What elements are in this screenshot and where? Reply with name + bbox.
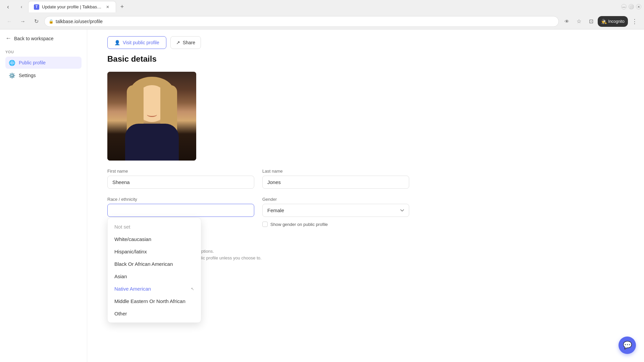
reload-btn[interactable]: ↻ <box>31 16 42 27</box>
url-text: talkbase.io/user/profile <box>56 19 103 24</box>
show-gender-label: Show gender on public profile <box>270 222 328 227</box>
browser-back-history-btn[interactable]: ‹ <box>3 1 13 12</box>
url-bar[interactable]: 🔒 talkbase.io/user/profile <box>44 16 559 27</box>
dropdown-item-not-set[interactable]: Not set <box>108 221 201 233</box>
star-icon[interactable]: ☆ <box>574 16 584 27</box>
sidebar-item-settings[interactable]: ⚙️ Settings <box>5 69 82 81</box>
close-btn[interactable]: ✕ <box>636 4 641 9</box>
active-tab[interactable]: T Update your profile | Talkbase.i... ✕ <box>28 1 116 12</box>
dropdown-item-middle-eastern[interactable]: Middle Eastern Or North African <box>108 295 201 307</box>
tab-bar: ‹ T Update your profile | Talkbase.i... … <box>16 1 619 12</box>
last-name-label: Last name <box>262 169 409 174</box>
visit-public-profile-btn[interactable]: 👤 Visit public profile <box>107 36 166 49</box>
eye-off-icon[interactable]: 👁 <box>561 16 572 27</box>
dropdown-item-other[interactable]: Other <box>108 307 201 320</box>
visit-person-icon: 👤 <box>114 40 120 45</box>
sidebar-toggle-icon[interactable]: ⊡ <box>586 16 596 27</box>
main-area: 👤 Visit public profile ↗ Share Basic det… <box>87 29 644 362</box>
sidebar-item-settings-label: Settings <box>19 73 36 78</box>
back-btn[interactable]: ← <box>4 16 15 27</box>
last-name-input[interactable] <box>262 176 409 189</box>
address-actions: 👁 ☆ ⊡ 🕵 Incognito ⋮ <box>561 16 640 27</box>
back-to-workspace-link[interactable]: ← Back to workspace <box>5 35 82 42</box>
new-tab-btn[interactable]: + <box>117 2 127 11</box>
cursor-indicator: ↖ <box>191 287 194 291</box>
race-dropdown-menu: Not set White/caucasian Hispanic/latinx … <box>107 218 201 323</box>
tab-close-btn[interactable]: ✕ <box>105 4 110 10</box>
show-gender-checkbox[interactable] <box>262 222 268 227</box>
first-name-label: First name <box>107 169 254 174</box>
dropdown-item-black[interactable]: Black Or African American <box>108 258 201 270</box>
dropdown-item-hispanic[interactable]: Hispanic/latinx <box>108 245 201 258</box>
browser-window: ‹ ‹ T Update your profile | Talkbase.i..… <box>0 0 644 362</box>
race-dropdown-container: Not set White/caucasian Hispanic/latinx … <box>107 204 254 217</box>
profile-globe-icon: 🌐 <box>9 59 15 66</box>
chat-icon: 💬 <box>623 341 632 350</box>
sidebar: ← Back to workspace YOU 🌐 Public profile… <box>0 29 87 362</box>
dropdown-item-white[interactable]: White/caucasian <box>108 233 201 245</box>
first-name-input[interactable] <box>107 176 254 189</box>
lock-icon: 🔒 <box>49 19 54 24</box>
title-bar: ‹ ‹ T Update your profile | Talkbase.i..… <box>0 0 644 13</box>
incognito-badge: 🕵 Incognito <box>598 16 628 27</box>
page-content: ← Back to workspace YOU 🌐 Public profile… <box>0 29 644 362</box>
last-name-field: Last name <box>262 169 409 189</box>
settings-gear-icon: ⚙️ <box>9 72 15 79</box>
window-right-controls: — ⬜ ✕ <box>621 4 641 9</box>
dropdown-item-asian[interactable]: Asian <box>108 270 201 283</box>
top-actions: 👤 Visit public profile ↗ Share <box>107 29 624 54</box>
gender-field: Gender Female Male Non-binary Prefer not… <box>262 197 409 227</box>
address-bar: ← → ↻ 🔒 talkbase.io/user/profile 👁 ☆ ⊡ 🕵… <box>0 13 644 29</box>
minimize-btn[interactable]: — <box>621 4 627 9</box>
race-label: Race / ethnicity <box>107 197 254 202</box>
back-link-text: Back to workspace <box>14 36 54 41</box>
visit-profile-label: Visit public profile <box>123 40 159 45</box>
chat-widget-btn[interactable]: 💬 <box>619 337 636 354</box>
maximize-btn[interactable]: ⬜ <box>629 4 634 9</box>
back-arrow-icon: ← <box>5 35 11 42</box>
gender-select[interactable]: Female Male Non-binary Prefer not to say… <box>262 204 409 217</box>
tab-favicon: T <box>34 4 39 10</box>
form-grid: First name Last name Race / ethnicity <box>107 169 409 227</box>
sidebar-section-label: YOU <box>5 50 82 54</box>
tab-title: Update your profile | Talkbase.i... <box>42 4 102 9</box>
window-controls: ‹ <box>3 1 13 12</box>
sidebar-item-public-profile[interactable]: 🌐 Public profile <box>5 57 82 69</box>
gender-label: Gender <box>262 197 409 202</box>
race-ethnicity-field: Race / ethnicity Not set White/caucasian… <box>107 197 254 227</box>
incognito-label: Incognito <box>608 19 625 24</box>
share-label: Share <box>183 40 195 45</box>
dropdown-item-native-label: Native American <box>114 286 151 292</box>
profile-photo <box>107 72 196 161</box>
show-gender-row: Show gender on public profile <box>262 222 409 227</box>
dropdown-item-native[interactable]: Native American ↖ <box>108 283 201 295</box>
tab-scroll-left[interactable]: ‹ <box>16 1 27 12</box>
forward-btn[interactable]: → <box>17 16 28 27</box>
share-icon: ↗ <box>176 40 180 45</box>
sidebar-item-public-profile-label: Public profile <box>19 60 46 65</box>
section-title: Basic details <box>107 54 624 64</box>
share-btn[interactable]: ↗ Share <box>170 36 201 49</box>
menu-btn[interactable]: ⋮ <box>629 16 640 27</box>
profile-photo-container[interactable] <box>107 72 196 161</box>
race-input[interactable] <box>107 204 254 217</box>
first-name-field: First name <box>107 169 254 189</box>
